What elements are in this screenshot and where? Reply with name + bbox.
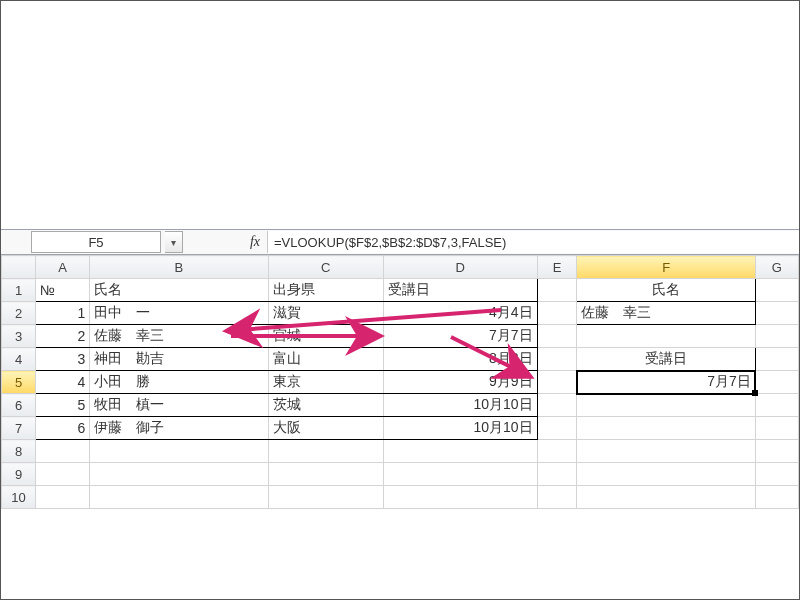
fx-icon[interactable]: fx <box>243 234 267 250</box>
cell-f5[interactable]: 7月7日 <box>577 371 755 394</box>
row-4[interactable]: 4 3 神田 勘吉 富山 8月8日 受講日 <box>2 348 799 371</box>
cell-f2[interactable]: 佐藤 幸三 <box>577 302 755 325</box>
cell-f8[interactable] <box>577 440 755 463</box>
cell-c6[interactable]: 茨城 <box>268 394 383 417</box>
row-header-10[interactable]: 10 <box>2 486 36 509</box>
cell-c1[interactable]: 出身県 <box>268 279 383 302</box>
cell-g9[interactable] <box>755 463 798 486</box>
cell-c8[interactable] <box>268 440 383 463</box>
cell-a10[interactable] <box>36 486 90 509</box>
cell-b6[interactable]: 牧田 槙一 <box>90 394 268 417</box>
cell-f3[interactable] <box>577 325 755 348</box>
row-10[interactable]: 10 <box>2 486 799 509</box>
cell-g2[interactable] <box>755 302 798 325</box>
cell-g10[interactable] <box>755 486 798 509</box>
cell-d5[interactable]: 9月9日 <box>383 371 537 394</box>
cell-e1[interactable] <box>537 279 577 302</box>
spreadsheet-grid[interactable]: A B C D E F G 1 № 氏名 出身県 受講日 氏名 2 <box>1 255 799 509</box>
cell-d1[interactable]: 受講日 <box>383 279 537 302</box>
col-header-e[interactable]: E <box>537 256 577 279</box>
cell-c5[interactable]: 東京 <box>268 371 383 394</box>
cell-b7[interactable]: 伊藤 御子 <box>90 417 268 440</box>
cell-b4[interactable]: 神田 勘吉 <box>90 348 268 371</box>
row-header-7[interactable]: 7 <box>2 417 36 440</box>
cell-g6[interactable] <box>755 394 798 417</box>
cell-d8[interactable] <box>383 440 537 463</box>
cell-a4[interactable]: 3 <box>36 348 90 371</box>
cell-d2[interactable]: 4月4日 <box>383 302 537 325</box>
cell-d10[interactable] <box>383 486 537 509</box>
cell-a1[interactable]: № <box>36 279 90 302</box>
cell-a3[interactable]: 2 <box>36 325 90 348</box>
cell-e10[interactable] <box>537 486 577 509</box>
row-header-2[interactable]: 2 <box>2 302 36 325</box>
cell-d3[interactable]: 7月7日 <box>383 325 537 348</box>
cell-a6[interactable]: 5 <box>36 394 90 417</box>
cell-b5[interactable]: 小田 勝 <box>90 371 268 394</box>
cell-a9[interactable] <box>36 463 90 486</box>
cell-b1[interactable]: 氏名 <box>90 279 268 302</box>
cell-e3[interactable] <box>537 325 577 348</box>
cell-g3[interactable] <box>755 325 798 348</box>
cell-a5[interactable]: 4 <box>36 371 90 394</box>
name-box-dropdown[interactable]: ▾ <box>165 231 183 253</box>
cell-e5[interactable] <box>537 371 577 394</box>
col-header-d[interactable]: D <box>383 256 537 279</box>
name-box[interactable]: F5 <box>31 231 161 253</box>
cell-f1[interactable]: 氏名 <box>577 279 755 302</box>
cell-f6[interactable] <box>577 394 755 417</box>
row-6[interactable]: 6 5 牧田 槙一 茨城 10月10日 <box>2 394 799 417</box>
cell-b8[interactable] <box>90 440 268 463</box>
cell-a7[interactable]: 6 <box>36 417 90 440</box>
row-header-3[interactable]: 3 <box>2 325 36 348</box>
cell-e7[interactable] <box>537 417 577 440</box>
row-header-8[interactable]: 8 <box>2 440 36 463</box>
cell-b3[interactable]: 佐藤 幸三 <box>90 325 268 348</box>
cell-f10[interactable] <box>577 486 755 509</box>
cell-d9[interactable] <box>383 463 537 486</box>
cell-e6[interactable] <box>537 394 577 417</box>
cell-c3[interactable]: 宮城 <box>268 325 383 348</box>
row-header-9[interactable]: 9 <box>2 463 36 486</box>
row-8[interactable]: 8 <box>2 440 799 463</box>
cell-g8[interactable] <box>755 440 798 463</box>
cell-g1[interactable] <box>755 279 798 302</box>
col-header-g[interactable]: G <box>755 256 798 279</box>
cell-f9[interactable] <box>577 463 755 486</box>
col-header-a[interactable]: A <box>36 256 90 279</box>
row-1[interactable]: 1 № 氏名 出身県 受講日 氏名 <box>2 279 799 302</box>
cell-d7[interactable]: 10月10日 <box>383 417 537 440</box>
cell-d4[interactable]: 8月8日 <box>383 348 537 371</box>
cell-e4[interactable] <box>537 348 577 371</box>
cell-e2[interactable] <box>537 302 577 325</box>
cell-b2[interactable]: 田中 一 <box>90 302 268 325</box>
row-5[interactable]: 5 4 小田 勝 東京 9月9日 7月7日 <box>2 371 799 394</box>
row-header-5[interactable]: 5 <box>2 371 36 394</box>
row-3[interactable]: 3 2 佐藤 幸三 宮城 7月7日 <box>2 325 799 348</box>
cell-c7[interactable]: 大阪 <box>268 417 383 440</box>
row-header-6[interactable]: 6 <box>2 394 36 417</box>
cell-c10[interactable] <box>268 486 383 509</box>
row-2[interactable]: 2 1 田中 一 滋賀 4月4日 佐藤 幸三 <box>2 302 799 325</box>
select-all[interactable] <box>2 256 36 279</box>
cell-e9[interactable] <box>537 463 577 486</box>
cell-e8[interactable] <box>537 440 577 463</box>
row-7[interactable]: 7 6 伊藤 御子 大阪 10月10日 <box>2 417 799 440</box>
row-9[interactable]: 9 <box>2 463 799 486</box>
col-header-c[interactable]: C <box>268 256 383 279</box>
cell-c2[interactable]: 滋賀 <box>268 302 383 325</box>
cell-c4[interactable]: 富山 <box>268 348 383 371</box>
formula-input[interactable]: =VLOOKUP($F$2,$B$2:$D$7,3,FALSE) <box>267 231 799 253</box>
cell-c9[interactable] <box>268 463 383 486</box>
cell-g5[interactable] <box>755 371 798 394</box>
cell-b10[interactable] <box>90 486 268 509</box>
cell-f7[interactable] <box>577 417 755 440</box>
cell-a8[interactable] <box>36 440 90 463</box>
cell-g7[interactable] <box>755 417 798 440</box>
col-header-b[interactable]: B <box>90 256 268 279</box>
cell-d6[interactable]: 10月10日 <box>383 394 537 417</box>
cell-f4[interactable]: 受講日 <box>577 348 755 371</box>
row-header-4[interactable]: 4 <box>2 348 36 371</box>
cell-b9[interactable] <box>90 463 268 486</box>
cell-a2[interactable]: 1 <box>36 302 90 325</box>
